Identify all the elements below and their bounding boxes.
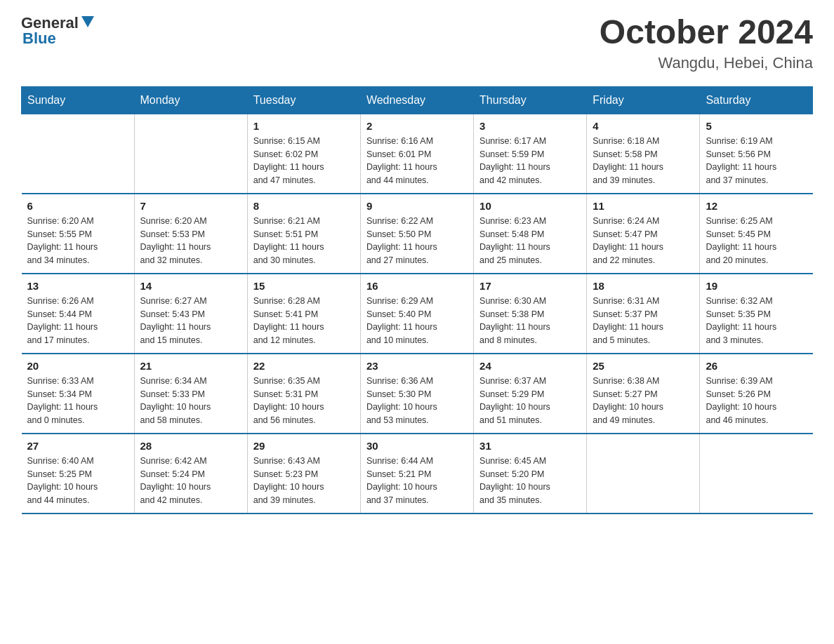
calendar-table: SundayMondayTuesdayWednesdayThursdayFrid… (21, 86, 813, 514)
calendar-cell: 25Sunrise: 6:38 AM Sunset: 5:27 PM Dayli… (587, 354, 700, 434)
calendar-cell: 16Sunrise: 6:29 AM Sunset: 5:40 PM Dayli… (360, 274, 473, 354)
calendar-cell: 22Sunrise: 6:35 AM Sunset: 5:31 PM Dayli… (247, 354, 360, 434)
day-info: Sunrise: 6:40 AM Sunset: 5:25 PM Dayligh… (27, 455, 128, 507)
header-sunday: Sunday (22, 86, 135, 114)
day-number: 16 (366, 280, 468, 292)
month-title: October 2024 (600, 14, 813, 51)
day-number: 29 (253, 440, 355, 452)
calendar-cell: 23Sunrise: 6:36 AM Sunset: 5:30 PM Dayli… (360, 354, 473, 434)
calendar-week-row: 20Sunrise: 6:33 AM Sunset: 5:34 PM Dayli… (22, 354, 813, 434)
day-info: Sunrise: 6:38 AM Sunset: 5:27 PM Dayligh… (593, 375, 694, 427)
calendar-cell: 13Sunrise: 6:26 AM Sunset: 5:44 PM Dayli… (22, 274, 135, 354)
header-saturday: Saturday (700, 86, 813, 114)
day-number: 14 (140, 280, 241, 292)
title-section: October 2024 Wangdu, Hebei, China (600, 14, 813, 72)
day-info: Sunrise: 6:22 AM Sunset: 5:50 PM Dayligh… (366, 215, 468, 267)
day-number: 6 (27, 200, 128, 212)
day-info: Sunrise: 6:37 AM Sunset: 5:29 PM Dayligh… (479, 375, 581, 427)
day-info: Sunrise: 6:39 AM Sunset: 5:26 PM Dayligh… (706, 375, 807, 427)
header-tuesday: Tuesday (247, 86, 360, 114)
day-number: 25 (593, 360, 694, 372)
day-number: 15 (253, 280, 355, 292)
day-number: 9 (366, 200, 468, 212)
day-number: 2 (366, 120, 468, 132)
day-number: 26 (706, 360, 807, 372)
calendar-cell: 29Sunrise: 6:43 AM Sunset: 5:23 PM Dayli… (247, 434, 360, 514)
calendar-cell (587, 434, 700, 514)
calendar-cell: 31Sunrise: 6:45 AM Sunset: 5:20 PM Dayli… (474, 434, 587, 514)
day-number: 7 (140, 200, 241, 212)
day-number: 19 (706, 280, 807, 292)
calendar-cell: 7Sunrise: 6:20 AM Sunset: 5:53 PM Daylig… (134, 194, 247, 274)
day-number: 10 (479, 200, 581, 212)
calendar-cell: 3Sunrise: 6:17 AM Sunset: 5:59 PM Daylig… (474, 114, 587, 194)
calendar-week-row: 27Sunrise: 6:40 AM Sunset: 5:25 PM Dayli… (22, 434, 813, 514)
day-number: 23 (366, 360, 468, 372)
day-info: Sunrise: 6:45 AM Sunset: 5:20 PM Dayligh… (479, 455, 581, 507)
logo-blue-text: Blue (22, 29, 56, 48)
header-thursday: Thursday (474, 86, 587, 114)
logo-triangle-icon (81, 16, 94, 30)
day-info: Sunrise: 6:19 AM Sunset: 5:56 PM Dayligh… (706, 135, 807, 187)
day-info: Sunrise: 6:35 AM Sunset: 5:31 PM Dayligh… (253, 375, 355, 427)
day-number: 3 (479, 120, 581, 132)
day-info: Sunrise: 6:27 AM Sunset: 5:43 PM Dayligh… (140, 295, 241, 347)
day-number: 22 (253, 360, 355, 372)
calendar-cell: 10Sunrise: 6:23 AM Sunset: 5:48 PM Dayli… (474, 194, 587, 274)
calendar-cell: 1Sunrise: 6:15 AM Sunset: 6:02 PM Daylig… (247, 114, 360, 194)
calendar-week-row: 6Sunrise: 6:20 AM Sunset: 5:55 PM Daylig… (22, 194, 813, 274)
day-info: Sunrise: 6:23 AM Sunset: 5:48 PM Dayligh… (479, 215, 581, 267)
calendar-cell: 9Sunrise: 6:22 AM Sunset: 5:50 PM Daylig… (360, 194, 473, 274)
day-number: 27 (27, 440, 128, 452)
day-number: 21 (140, 360, 241, 372)
day-info: Sunrise: 6:20 AM Sunset: 5:53 PM Dayligh… (140, 215, 241, 267)
day-number: 13 (27, 280, 128, 292)
calendar-header-row: SundayMondayTuesdayWednesdayThursdayFrid… (22, 86, 813, 114)
day-info: Sunrise: 6:31 AM Sunset: 5:37 PM Dayligh… (593, 295, 694, 347)
calendar-cell: 8Sunrise: 6:21 AM Sunset: 5:51 PM Daylig… (247, 194, 360, 274)
day-number: 31 (479, 440, 581, 452)
day-number: 12 (706, 200, 807, 212)
day-number: 5 (706, 120, 807, 132)
calendar-cell: 21Sunrise: 6:34 AM Sunset: 5:33 PM Dayli… (134, 354, 247, 434)
day-info: Sunrise: 6:32 AM Sunset: 5:35 PM Dayligh… (706, 295, 807, 347)
calendar-cell: 20Sunrise: 6:33 AM Sunset: 5:34 PM Dayli… (22, 354, 135, 434)
day-number: 8 (253, 200, 355, 212)
day-info: Sunrise: 6:42 AM Sunset: 5:24 PM Dayligh… (140, 455, 241, 507)
calendar-cell: 12Sunrise: 6:25 AM Sunset: 5:45 PM Dayli… (700, 194, 813, 274)
calendar-week-row: 1Sunrise: 6:15 AM Sunset: 6:02 PM Daylig… (22, 114, 813, 194)
page-header: General Blue October 2024 Wangdu, Hebei,… (21, 14, 813, 72)
day-info: Sunrise: 6:20 AM Sunset: 5:55 PM Dayligh… (27, 215, 128, 267)
day-number: 4 (593, 120, 694, 132)
day-number: 28 (140, 440, 241, 452)
location-title: Wangdu, Hebei, China (600, 54, 813, 72)
calendar-cell: 6Sunrise: 6:20 AM Sunset: 5:55 PM Daylig… (22, 194, 135, 274)
calendar-cell: 14Sunrise: 6:27 AM Sunset: 5:43 PM Dayli… (134, 274, 247, 354)
day-info: Sunrise: 6:36 AM Sunset: 5:30 PM Dayligh… (366, 375, 468, 427)
calendar-cell: 28Sunrise: 6:42 AM Sunset: 5:24 PM Dayli… (134, 434, 247, 514)
day-number: 1 (253, 120, 355, 132)
logo: General Blue (21, 14, 94, 48)
day-number: 11 (593, 200, 694, 212)
day-info: Sunrise: 6:44 AM Sunset: 5:21 PM Dayligh… (366, 455, 468, 507)
header-monday: Monday (134, 86, 247, 114)
calendar-cell: 18Sunrise: 6:31 AM Sunset: 5:37 PM Dayli… (587, 274, 700, 354)
day-info: Sunrise: 6:21 AM Sunset: 5:51 PM Dayligh… (253, 215, 355, 267)
day-number: 30 (366, 440, 468, 452)
day-info: Sunrise: 6:33 AM Sunset: 5:34 PM Dayligh… (27, 375, 128, 427)
calendar-cell: 4Sunrise: 6:18 AM Sunset: 5:58 PM Daylig… (587, 114, 700, 194)
calendar-cell (22, 114, 135, 194)
calendar-cell: 11Sunrise: 6:24 AM Sunset: 5:47 PM Dayli… (587, 194, 700, 274)
day-number: 17 (479, 280, 581, 292)
calendar-cell: 2Sunrise: 6:16 AM Sunset: 6:01 PM Daylig… (360, 114, 473, 194)
calendar-cell: 19Sunrise: 6:32 AM Sunset: 5:35 PM Dayli… (700, 274, 813, 354)
day-number: 18 (593, 280, 694, 292)
day-info: Sunrise: 6:43 AM Sunset: 5:23 PM Dayligh… (253, 455, 355, 507)
calendar-cell: 15Sunrise: 6:28 AM Sunset: 5:41 PM Dayli… (247, 274, 360, 354)
day-info: Sunrise: 6:28 AM Sunset: 5:41 PM Dayligh… (253, 295, 355, 347)
day-info: Sunrise: 6:15 AM Sunset: 6:02 PM Dayligh… (253, 135, 355, 187)
day-number: 20 (27, 360, 128, 372)
calendar-cell: 30Sunrise: 6:44 AM Sunset: 5:21 PM Dayli… (360, 434, 473, 514)
calendar-cell (134, 114, 247, 194)
calendar-cell: 27Sunrise: 6:40 AM Sunset: 5:25 PM Dayli… (22, 434, 135, 514)
